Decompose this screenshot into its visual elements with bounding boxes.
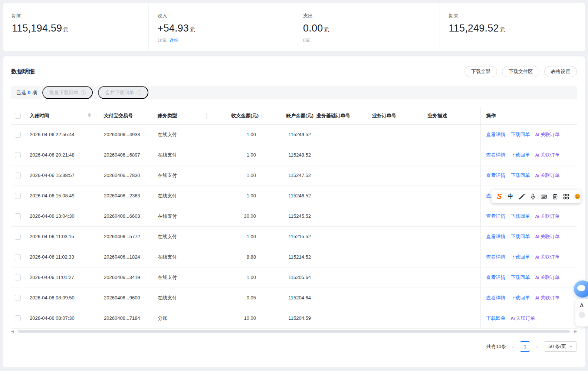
row-checkbox[interactable] xyxy=(15,275,21,280)
page-size-value: 50 条/页 xyxy=(548,343,566,350)
ai-icon: Ai xyxy=(535,296,539,300)
cell-account-type: 在线支付 xyxy=(158,145,207,165)
action-view-link[interactable]: 查看详情 xyxy=(486,274,506,281)
sort-icon[interactable] xyxy=(88,113,91,117)
income-detail-link[interactable]: 详细 xyxy=(170,38,178,43)
scroll-right-icon[interactable]: ▶ xyxy=(574,329,577,333)
info-icon[interactable] xyxy=(137,90,141,95)
opening-balance-label: 期初 xyxy=(12,13,148,19)
emoji-icon[interactable] xyxy=(572,190,581,203)
row-checkbox[interactable] xyxy=(15,173,21,178)
cell-account-type: 在线支付 xyxy=(158,165,207,186)
scrollbar-track[interactable] xyxy=(15,330,573,333)
side-panel-letter[interactable]: A xyxy=(580,302,584,308)
cell-amount: 1.00 xyxy=(207,267,262,288)
column-balance: 账户余额(元) xyxy=(286,113,313,118)
row-checkbox[interactable] xyxy=(15,193,21,199)
row-checkbox[interactable] xyxy=(15,213,21,219)
info-icon[interactable] xyxy=(81,90,86,95)
action-view-link[interactable]: 查看详情 xyxy=(486,295,506,301)
merge-download-receipts-button[interactable]: 合并下载回单 xyxy=(98,86,148,99)
action-view-link[interactable]: 查看详情 xyxy=(486,152,506,158)
side-panel-circle-icon[interactable] xyxy=(579,312,585,318)
action-view-link[interactable]: 查看详情 xyxy=(486,233,506,240)
table-row: 2026-04-06 08:09:5020260406...9600在线支付0.… xyxy=(11,288,577,308)
prev-page-icon[interactable]: ‹ xyxy=(512,344,514,350)
cell-base-order-no xyxy=(316,267,372,288)
sogou-logo-icon[interactable]: S xyxy=(494,190,505,203)
action-related-link[interactable]: Ai关联订单 xyxy=(535,213,560,220)
next-page-icon[interactable]: › xyxy=(536,344,538,350)
cell-entry-time: 2026-04-06 22:55:44 xyxy=(30,124,104,145)
cell-entry-time: 2026-04-06 15:38:57 xyxy=(30,165,104,186)
action-download-link[interactable]: 下载回单 xyxy=(511,233,530,240)
ai-icon: Ai xyxy=(535,153,539,157)
action-download-link[interactable]: 下载回单 xyxy=(511,172,530,179)
expense-number: 0.00 xyxy=(303,23,323,34)
action-related-link[interactable]: Ai关联订单 xyxy=(535,233,560,240)
clipboard-icon[interactable] xyxy=(549,190,561,203)
action-related-link[interactable]: Ai关联订单 xyxy=(535,254,560,260)
action-view-link[interactable]: 查看详情 xyxy=(486,131,506,138)
cell-order-no xyxy=(372,267,428,288)
selected-suffix: 项 xyxy=(32,90,37,95)
download-all-button[interactable]: 下载全部 xyxy=(464,66,497,77)
row-checkbox[interactable] xyxy=(15,295,21,301)
action-download-link[interactable]: 下载回单 xyxy=(511,213,530,220)
cell-description xyxy=(428,124,480,145)
row-checkbox[interactable] xyxy=(15,315,21,321)
chinese-mode-icon[interactable]: 中 xyxy=(505,190,516,203)
closing-balance-label: 期末 xyxy=(449,13,585,19)
action-download-link[interactable]: 下载回单 xyxy=(511,131,530,138)
income-unit: 元 xyxy=(190,26,195,33)
cell-base-order-no xyxy=(316,145,372,165)
column-description: 业务描述 xyxy=(428,113,447,118)
assistant-robot-icon[interactable] xyxy=(574,280,588,298)
closing-balance-unit: 元 xyxy=(500,26,505,33)
cell-description xyxy=(428,308,480,328)
cell-entry-time: 2026-04-06 15:08:49 xyxy=(30,186,104,206)
cell-order-no xyxy=(372,288,428,308)
scrollbar-thumb[interactable] xyxy=(18,330,570,333)
row-checkbox[interactable] xyxy=(15,254,21,260)
current-page-button[interactable]: 1 xyxy=(520,341,530,352)
voice-input-icon[interactable] xyxy=(527,190,538,203)
action-related-link[interactable]: Ai关联订单 xyxy=(535,274,560,281)
handwriting-icon[interactable] xyxy=(516,190,527,203)
action-related-link[interactable]: Ai关联订单 xyxy=(535,295,560,301)
row-checkbox[interactable] xyxy=(15,234,21,240)
row-checkbox[interactable] xyxy=(15,132,21,138)
row-checkbox[interactable] xyxy=(15,152,21,158)
cell-amount: 30.00 xyxy=(207,206,262,226)
cell-entry-time: 2026-04-06 13:04:30 xyxy=(30,206,104,226)
select-all-checkbox[interactable] xyxy=(15,113,21,119)
selected-prefix: 已选 xyxy=(16,90,26,95)
action-view-link[interactable]: 查看详情 xyxy=(486,213,506,220)
income-number: +54.93 xyxy=(158,23,189,34)
page-size-select[interactable]: 50 条/页 xyxy=(544,341,577,352)
cell-actions: 下载回单Ai关联订单 xyxy=(480,308,577,328)
download-file-area-button[interactable]: 下载文件区 xyxy=(502,66,539,77)
income-sub: 10笔详细 xyxy=(158,37,294,44)
action-related-link[interactable]: Ai关联订单 xyxy=(535,131,560,138)
action-related-link[interactable]: Ai关联订单 xyxy=(511,315,535,322)
action-download-link[interactable]: 下载回单 xyxy=(511,254,530,260)
table-row: 2026-04-06 11:03:1520260406...5772在线支付1.… xyxy=(11,226,577,247)
table-settings-button[interactable]: 表格设置 xyxy=(544,66,577,77)
action-download-link[interactable]: 下载回单 xyxy=(511,295,530,301)
action-related-link[interactable]: Ai关联订单 xyxy=(535,172,560,179)
scroll-left-icon[interactable]: ◀ xyxy=(11,329,14,333)
keyboard-icon[interactable] xyxy=(538,190,549,203)
action-download-link[interactable]: 下载回单 xyxy=(511,274,530,281)
apps-grid-icon[interactable] xyxy=(561,190,572,203)
action-view-link[interactable]: 查看详情 xyxy=(486,172,506,179)
horizontal-scrollbar[interactable]: ◀ ▶ xyxy=(11,329,577,333)
action-related-link[interactable]: Ai关联订单 xyxy=(535,152,560,158)
action-download-link[interactable]: 下载回单 xyxy=(511,152,530,158)
batch-download-receipts-button[interactable]: 批量下载回单 xyxy=(42,86,93,99)
cell-order-no xyxy=(372,206,428,226)
batch-download-label: 批量下载回单 xyxy=(49,89,78,96)
action-download-link[interactable]: 下载回单 xyxy=(486,315,506,322)
action-view-link[interactable]: 查看详情 xyxy=(486,254,506,260)
cell-actions: 查看详情下载回单Ai关联订单 xyxy=(480,206,577,226)
